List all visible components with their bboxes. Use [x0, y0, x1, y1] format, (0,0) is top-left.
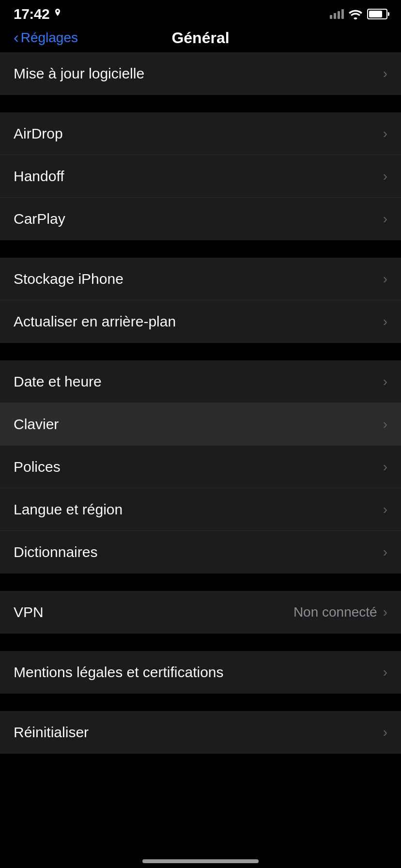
chevron-right-icon: › — [383, 126, 387, 141]
settings-content: Mise à jour logicielle › AirDrop › Hando… — [0, 52, 401, 789]
back-chevron-icon: ‹ — [14, 30, 19, 45]
row-label: Mise à jour logicielle — [14, 65, 144, 82]
group-gap-4 — [0, 574, 401, 591]
group-lang: Date et heure › Clavier › Polices › Lang… — [0, 360, 401, 574]
chevron-right-icon: › — [383, 544, 387, 560]
row-label: Langue et région — [14, 501, 123, 518]
row-label: CarPlay — [14, 211, 65, 227]
row-right: › — [383, 544, 387, 560]
row-label: Clavier — [14, 416, 59, 433]
group-legal: Mentions légales et certifications › — [0, 651, 401, 694]
chevron-right-icon: › — [383, 169, 387, 184]
back-button[interactable]: ‹ Réglages — [14, 30, 78, 46]
wifi-icon — [349, 9, 362, 19]
group-gap-2 — [0, 240, 401, 258]
group-airdrop: AirDrop › Handoff › CarPlay › — [0, 112, 401, 240]
row-label: Actualiser en arrière-plan — [14, 313, 176, 330]
row-carplay[interactable]: CarPlay › — [0, 198, 401, 240]
vpn-status: Non connecté — [293, 604, 377, 620]
row-right: › — [383, 725, 387, 740]
row-clavier[interactable]: Clavier › — [0, 403, 401, 446]
row-label: Handoff — [14, 168, 64, 185]
row-handoff[interactable]: Handoff › — [0, 155, 401, 198]
row-right: › — [383, 459, 387, 475]
chevron-right-icon: › — [383, 502, 387, 517]
row-right: › — [383, 169, 387, 184]
home-indicator — [142, 859, 259, 863]
chevron-right-icon: › — [383, 604, 387, 620]
row-vpn[interactable]: VPN Non connecté › — [0, 591, 401, 634]
row-date-heure[interactable]: Date et heure › — [0, 360, 401, 403]
group-vpn: VPN Non connecté › — [0, 591, 401, 634]
chevron-right-icon: › — [383, 374, 387, 389]
row-label: VPN — [14, 604, 44, 620]
chevron-right-icon: › — [383, 211, 387, 227]
row-label: Polices — [14, 459, 61, 475]
group-gap-7 — [0, 754, 401, 771]
row-label: AirDrop — [14, 125, 63, 142]
group-storage: Stockage iPhone › Actualiser en arrière-… — [0, 258, 401, 343]
row-label: Réinitialiser — [14, 724, 89, 741]
row-right: › — [383, 502, 387, 517]
status-time: 17:42 — [14, 6, 62, 22]
chevron-right-icon: › — [383, 459, 387, 475]
group-gap-5 — [0, 634, 401, 651]
row-mise-a-jour[interactable]: Mise à jour logicielle › — [0, 52, 401, 95]
group-gap-8 — [0, 771, 401, 789]
location-icon — [53, 9, 62, 19]
row-dictionnaires[interactable]: Dictionnaires › — [0, 531, 401, 574]
row-label: Dictionnaires — [14, 544, 97, 560]
signal-icon — [330, 9, 344, 19]
chevron-right-icon: › — [383, 314, 387, 329]
status-icons — [330, 9, 387, 19]
row-reinitialiser[interactable]: Réinitialiser › — [0, 711, 401, 754]
nav-bar: ‹ Réglages Général — [0, 26, 401, 52]
row-langue-region[interactable]: Langue et région › — [0, 488, 401, 531]
chevron-right-icon: › — [383, 417, 387, 432]
row-label: Stockage iPhone — [14, 271, 123, 287]
row-right: › — [383, 211, 387, 227]
row-right: › — [383, 665, 387, 680]
row-actualiser[interactable]: Actualiser en arrière-plan › — [0, 300, 401, 343]
row-polices[interactable]: Polices › — [0, 446, 401, 488]
chevron-right-icon: › — [383, 271, 387, 287]
group-gap-3 — [0, 343, 401, 360]
row-stockage[interactable]: Stockage iPhone › — [0, 258, 401, 300]
row-label: Mentions légales et certifications — [14, 664, 224, 681]
status-bar: 17:42 — [0, 0, 401, 26]
chevron-right-icon: › — [383, 66, 387, 81]
row-right: › — [383, 66, 387, 81]
group-gap-1 — [0, 95, 401, 112]
row-right: › — [383, 271, 387, 287]
row-label: Date et heure — [14, 373, 102, 390]
chevron-right-icon: › — [383, 665, 387, 680]
row-right: › — [383, 417, 387, 432]
battery-icon — [367, 9, 387, 19]
row-right: › — [383, 314, 387, 329]
row-airdrop[interactable]: AirDrop › — [0, 112, 401, 155]
row-mentions-legales[interactable]: Mentions légales et certifications › — [0, 651, 401, 694]
page-title: Général — [171, 29, 229, 47]
row-right: › — [383, 126, 387, 141]
row-right: › — [383, 374, 387, 389]
chevron-right-icon: › — [383, 725, 387, 740]
back-label: Réglages — [21, 30, 78, 46]
group-update: Mise à jour logicielle › — [0, 52, 401, 95]
row-right: Non connecté › — [293, 604, 387, 620]
group-reset: Réinitialiser › — [0, 711, 401, 754]
group-gap-6 — [0, 694, 401, 711]
